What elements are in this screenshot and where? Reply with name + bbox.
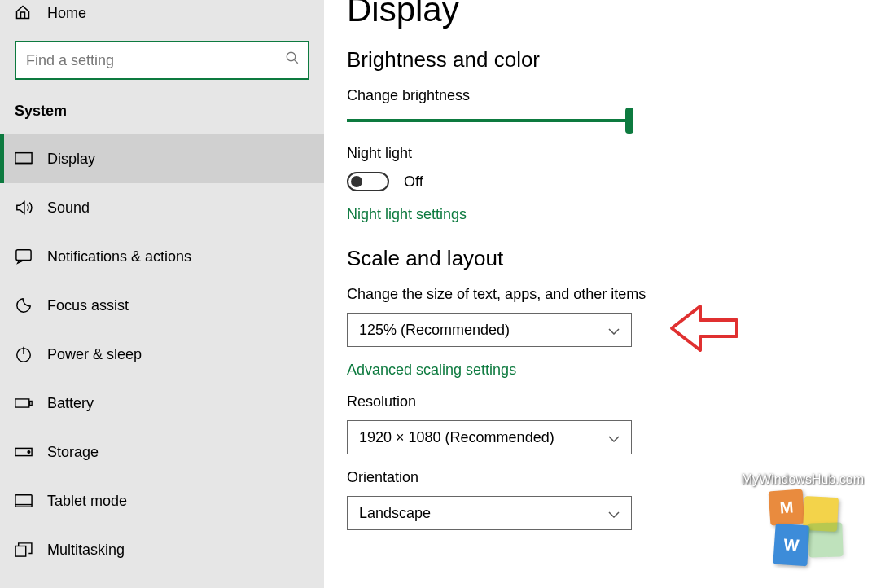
search-wrap [0,26,324,94]
sidebar-item-label: Battery [47,395,94,412]
sidebar-item-sound[interactable]: Sound [0,183,324,232]
display-icon [15,150,33,168]
sidebar-item-power-sleep[interactable]: Power & sleep [0,330,324,379]
multitasking-icon [15,541,33,559]
sidebar-item-multitasking[interactable]: Multitasking [0,525,324,574]
nightlight-settings-link[interactable]: Night light settings [347,206,872,223]
scale-value: 125% (Recommended) [359,322,510,339]
chevron-down-icon [608,429,620,446]
sidebar-item-label: Display [47,151,95,168]
sidebar-item-label: Sound [47,200,90,217]
svg-rect-4 [15,399,29,407]
section-scale: Scale and layout [347,246,872,271]
storage-icon [15,443,33,461]
sidebar-item-label: Power & sleep [47,346,142,363]
sidebar-home[interactable]: Home [0,0,324,26]
sidebar-item-focus-assist[interactable]: Focus assist [0,281,324,330]
sidebar-home-label: Home [47,5,86,22]
sidebar-item-display[interactable]: Display [0,134,324,183]
chevron-down-icon [608,505,620,522]
orientation-value: Landscape [359,505,431,522]
svg-rect-5 [30,401,33,405]
focus-assist-icon [15,296,33,314]
svg-rect-1 [15,153,32,164]
scale-dropdown[interactable]: 125% (Recommended) [347,313,632,347]
brightness-slider[interactable] [347,119,630,122]
sidebar-item-tablet-mode[interactable]: Tablet mode [0,476,324,525]
home-icon [15,4,33,22]
svg-point-0 [287,52,296,61]
sidebar-item-label: Notifications & actions [47,248,191,265]
sidebar-item-label: Multitasking [47,542,125,559]
nightlight-toggle[interactable] [347,172,389,191]
sidebar-item-label: Storage [47,444,99,461]
scale-label: Change the size of text, apps, and other… [347,286,872,303]
svg-rect-9 [15,546,26,557]
sidebar-item-projecting[interactable]: Projecting to this PC [0,574,324,588]
battery-icon [15,394,33,412]
section-brightness: Brightness and color [347,47,872,72]
brightness-label: Change brightness [347,87,872,104]
sidebar-heading: System [0,94,324,134]
resolution-label: Resolution [347,393,872,410]
sidebar-item-label: Focus assist [47,297,129,314]
orientation-dropdown[interactable]: Landscape [347,496,632,530]
resolution-dropdown[interactable]: 1920 × 1080 (Recommended) [347,420,632,454]
sidebar-item-label: Tablet mode [47,493,127,510]
slider-thumb[interactable] [625,108,633,134]
sidebar-item-storage[interactable]: Storage [0,428,324,476]
tablet-icon [15,492,33,510]
nightlight-label: Night light [347,145,872,162]
resolution-value: 1920 × 1080 (Recommended) [359,429,554,446]
nightlight-state: Off [404,173,423,191]
sidebar: Home System Display Sound Notifications … [0,0,324,588]
sound-icon [15,199,33,217]
power-icon [15,345,33,363]
chevron-down-icon [608,322,620,339]
search-icon [285,50,300,69]
sidebar-item-notifications[interactable]: Notifications & actions [0,232,324,281]
sidebar-item-battery[interactable]: Battery [0,379,324,428]
svg-rect-2 [16,250,31,261]
page-title: Display [347,0,872,29]
main-content: Display Brightness and color Change brig… [324,0,872,588]
advanced-scaling-link[interactable]: Advanced scaling settings [347,362,872,379]
notifications-icon [15,248,33,265]
search-input[interactable] [15,41,309,80]
orientation-label: Orientation [347,469,872,486]
svg-point-7 [28,451,30,454]
toggle-knob [351,176,362,187]
